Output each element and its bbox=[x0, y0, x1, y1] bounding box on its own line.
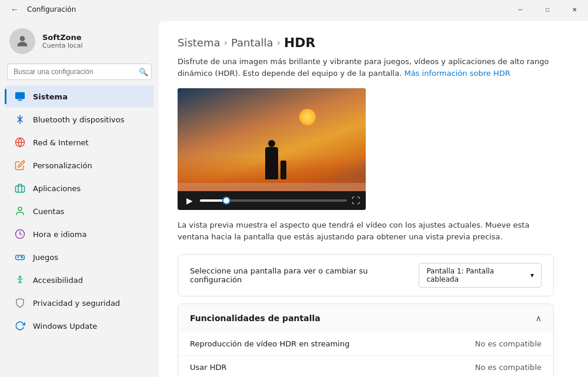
titlebar-title: Configuración bbox=[27, 5, 76, 14]
hdr-learn-more-link[interactable]: Más información sobre HDR bbox=[404, 69, 510, 78]
hdr-description: Disfrute de una imagen más brillante y v… bbox=[178, 56, 554, 79]
breadcrumb-sistema[interactable]: Sistema bbox=[178, 36, 220, 49]
display-selector-value: Pantalla 1: Pantalla cableada bbox=[426, 267, 527, 283]
person-body bbox=[265, 147, 278, 179]
avatar-icon bbox=[15, 34, 30, 49]
avatar bbox=[9, 28, 35, 54]
guitar bbox=[280, 161, 286, 179]
personalizacion-icon bbox=[14, 159, 26, 171]
sidebar-nav: Sistema Bluetooth y dispositivos Red & I… bbox=[0, 85, 159, 338]
sidebar-item-label-sistema: Sistema bbox=[33, 92, 68, 101]
red-icon bbox=[14, 136, 26, 148]
display-selector-label: Seleccione una pantalla para ver o cambi… bbox=[190, 266, 419, 284]
breadcrumb-sep-2: › bbox=[277, 37, 280, 48]
titlebar-left: ← Configuración bbox=[7, 2, 76, 16]
sidebar-item-sistema[interactable]: Sistema bbox=[5, 85, 154, 108]
sun-visual bbox=[299, 109, 316, 125]
person-head bbox=[268, 140, 275, 147]
svg-point-0 bbox=[20, 36, 25, 41]
sidebar-item-bluetooth[interactable]: Bluetooth y dispositivos bbox=[5, 108, 154, 131]
sidebar-item-personalizacion[interactable]: Personalización bbox=[5, 154, 154, 176]
funcionalidades-section-header[interactable]: Funcionalidades de pantalla ∧ bbox=[178, 304, 553, 332]
svg-rect-1 bbox=[15, 92, 25, 99]
sidebar-item-red[interactable]: Red & Internet bbox=[5, 131, 154, 154]
funcionalidades-section: Funcionalidades de pantalla ∧ Reproducci… bbox=[178, 303, 554, 377]
content-area: Sistema › Pantalla › HDR Disfrute de una… bbox=[159, 21, 588, 377]
svg-rect-2 bbox=[18, 99, 22, 101]
titlebar: ← Configuración ─ □ ✕ bbox=[0, 0, 588, 19]
sidebar: SoftZone Cuenta local 🔍 Sistema Bluetoot… bbox=[0, 19, 159, 377]
feature-row-usar-hdr: Usar HDR No es compatible bbox=[178, 356, 553, 377]
breadcrumb-sep-1: › bbox=[224, 37, 228, 48]
dropdown-chevron-icon: ▾ bbox=[530, 271, 534, 279]
sidebar-item-accesibilidad[interactable]: Accesibilidad bbox=[5, 269, 154, 291]
sidebar-item-juegos[interactable]: Juegos bbox=[5, 246, 154, 268]
feature-label-streaming: Reproducción de vídeo HDR en streaming bbox=[190, 339, 349, 348]
profile-name: SoftZone bbox=[42, 33, 83, 42]
feature-row-streaming: Reproducción de vídeo HDR en streaming N… bbox=[178, 332, 553, 356]
profile-info: SoftZone Cuenta local bbox=[42, 33, 83, 49]
person-silhouette bbox=[265, 147, 278, 179]
maximize-button[interactable]: □ bbox=[534, 0, 561, 19]
juegos-icon bbox=[14, 251, 26, 263]
sidebar-item-label-juegos: Juegos bbox=[33, 253, 58, 262]
privacidad-icon bbox=[14, 297, 26, 309]
bluetooth-icon bbox=[14, 114, 26, 125]
sidebar-item-hora[interactable]: Hora e idioma bbox=[5, 223, 154, 245]
sidebar-item-label-red: Red & Internet bbox=[33, 138, 89, 147]
search-container: 🔍 bbox=[7, 64, 152, 80]
sidebar-item-cuentas[interactable]: Cuentas bbox=[5, 200, 154, 222]
sidebar-item-windows-update[interactable]: Windows Update bbox=[5, 315, 154, 337]
breadcrumb-pantalla[interactable]: Pantalla bbox=[231, 36, 273, 49]
close-button[interactable]: ✕ bbox=[561, 0, 588, 19]
breadcrumb: Sistema › Pantalla › HDR bbox=[178, 35, 569, 50]
sidebar-item-privacidad[interactable]: Privacidad y seguridad bbox=[5, 292, 154, 314]
svg-point-10 bbox=[22, 257, 23, 258]
sidebar-item-label-windows-update: Windows Update bbox=[33, 322, 97, 331]
funcionalidades-chevron-icon: ∧ bbox=[536, 313, 542, 323]
cuentas-icon bbox=[14, 205, 26, 217]
feature-value-usar-hdr: No es compatible bbox=[475, 363, 542, 372]
back-button[interactable]: ← bbox=[7, 2, 22, 16]
accesibilidad-icon bbox=[14, 274, 26, 286]
progress-track[interactable] bbox=[200, 199, 347, 202]
video-image bbox=[178, 88, 366, 191]
hora-icon bbox=[14, 228, 26, 240]
sidebar-item-label-privacidad: Privacidad y seguridad bbox=[33, 299, 120, 308]
sidebar-item-label-accesibilidad: Accesibilidad bbox=[33, 276, 83, 285]
expand-button[interactable]: ⛶ bbox=[352, 196, 360, 205]
sidebar-item-aplicaciones[interactable]: Aplicaciones bbox=[5, 177, 154, 199]
progress-thumb bbox=[222, 196, 230, 205]
app-body: SoftZone Cuenta local 🔍 Sistema Bluetoot… bbox=[0, 19, 588, 377]
sidebar-item-label-bluetooth: Bluetooth y dispositivos bbox=[33, 115, 124, 124]
funcionalidades-title: Funcionalidades de pantalla bbox=[190, 313, 320, 323]
minimize-button[interactable]: ─ bbox=[507, 0, 534, 19]
breadcrumb-current: HDR bbox=[284, 35, 316, 50]
feature-label-usar-hdr: Usar HDR bbox=[190, 363, 227, 372]
sidebar-item-label-personalizacion: Personalización bbox=[33, 161, 92, 170]
sidebar-item-label-hora: Hora e idioma bbox=[33, 230, 86, 239]
railing bbox=[178, 183, 366, 191]
video-player: ▶ ⛶ bbox=[178, 88, 366, 210]
preview-description: La vista previa muestra el aspecto que t… bbox=[178, 219, 554, 242]
video-controls: ▶ ⛶ bbox=[178, 191, 366, 210]
sidebar-item-label-aplicaciones: Aplicaciones bbox=[33, 184, 81, 193]
feature-value-streaming: No es compatible bbox=[475, 339, 542, 348]
sidebar-item-label-cuentas: Cuentas bbox=[33, 207, 64, 216]
search-input[interactable] bbox=[7, 64, 152, 80]
search-icon-button[interactable]: 🔍 bbox=[139, 68, 148, 76]
titlebar-controls: ─ □ ✕ bbox=[507, 0, 588, 19]
display-selector-row: Seleccione una pantalla para ver o cambi… bbox=[178, 254, 554, 296]
aplicaciones-icon bbox=[14, 182, 26, 194]
play-button[interactable]: ▶ bbox=[183, 195, 195, 206]
display-selector-dropdown[interactable]: Pantalla 1: Pantalla cableada ▾ bbox=[419, 263, 542, 288]
profile-subtitle: Cuenta local bbox=[42, 42, 83, 49]
sistema-icon bbox=[14, 91, 26, 102]
svg-rect-4 bbox=[16, 186, 25, 192]
funcionalidades-section-body: Reproducción de vídeo HDR en streaming N… bbox=[178, 332, 553, 377]
sidebar-profile: SoftZone Cuenta local bbox=[0, 19, 159, 61]
svg-point-12 bbox=[19, 276, 21, 278]
svg-point-5 bbox=[18, 207, 22, 211]
windows-update-icon bbox=[14, 320, 26, 332]
